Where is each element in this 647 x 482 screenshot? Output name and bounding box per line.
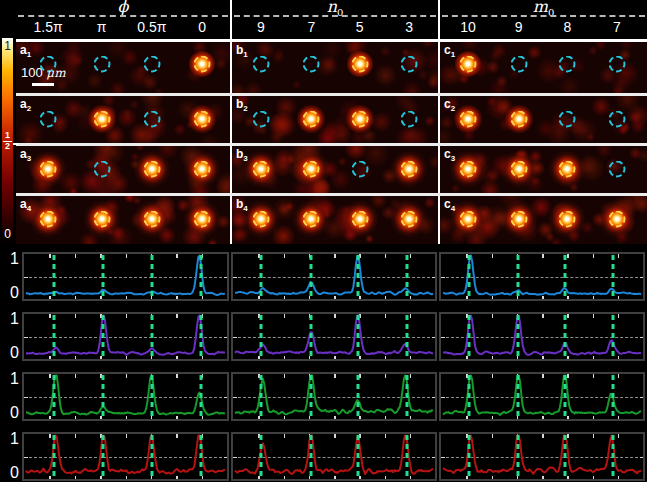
axis-tick-label: 9 [515,19,523,35]
target-circle [559,110,576,127]
peak-marker-line [260,315,263,358]
axis-tick-label: 3 [405,19,413,35]
target-circle [559,210,576,227]
target-circle [252,56,269,73]
panel-label: c3 [444,147,455,163]
panel-label-letter: a [20,97,27,111]
panel-label: b2 [236,97,248,113]
axis-tick-label: π [97,19,107,35]
axis-tick-label: 9 [257,19,265,35]
target-circle [608,210,625,227]
target-circle [143,210,160,227]
target-circle [351,110,368,127]
panel-label-letter: c [444,197,451,211]
panel-label-index: 1 [243,50,247,59]
peak-marker-line [564,255,567,298]
target-circle [459,210,476,227]
line-plot-a4 [22,432,229,481]
target-circle [401,160,418,177]
panel-label: c1 [444,43,455,59]
scalebar-line [32,83,54,86]
heatmap-panel-c3: c3 [440,146,647,194]
line-plot-c3 [439,372,645,421]
panel-label-index: 2 [451,104,455,113]
peak-marker-line [53,375,56,418]
heatmap-panel-a3: a3 [16,146,230,194]
heatmap-panel-a4: a4 [16,196,230,245]
y-axis-label-max: 1 [1,430,19,448]
peak-marker-line [199,255,202,298]
header-dashed-line [18,15,228,17]
line-plot-c1 [439,252,645,301]
panel-label: b1 [236,43,248,59]
target-circle [143,110,160,127]
peak-marker-line [516,255,519,298]
colorbar-label-min: 0 [2,227,13,241]
axis-tick-label: 10 [460,19,476,35]
colorbar-half-tick [13,143,18,145]
target-circle [40,110,57,127]
target-circle [608,110,625,127]
target-circle [93,56,110,73]
axis-tick-label: 0 [198,19,206,35]
line-plot-c4 [439,432,645,481]
panel-label-index: 3 [27,154,31,163]
peak-marker-line [516,375,519,418]
peak-marker-line [102,435,105,478]
target-circle [194,56,211,73]
peak-marker-line [468,435,471,478]
figure-root: ϕ 1.5ππ0.5π0 n0 9753 m0 10987 1 1 2 0 a1… [0,0,647,482]
panel-label-index: 4 [27,204,31,213]
panel-label: a3 [20,147,31,163]
peak-marker-line [199,315,202,358]
target-circle [351,160,368,177]
peak-marker-line [150,255,153,298]
peak-marker-line [102,315,105,358]
peak-marker-line [150,315,153,358]
panel-label-index: 1 [451,50,455,59]
peak-marker-line [611,255,614,298]
panel-label: a4 [20,197,31,213]
colorbar-label-half: 1 2 [0,131,15,152]
target-circle [40,210,57,227]
target-circle [303,210,320,227]
peak-marker-line [564,315,567,358]
target-circle [559,160,576,177]
target-circle [194,110,211,127]
peak-marker-line [405,375,408,418]
target-circle [559,56,576,73]
panel-label: c2 [444,97,455,113]
axis-tick-label: 1.5π [34,19,63,35]
panel-label-index: 3 [451,154,455,163]
panel-label-letter: c [444,97,451,111]
axis-tick-label: 7 [307,19,315,35]
target-circle [143,160,160,177]
line-plot-a2 [22,312,229,361]
peak-marker-line [516,315,519,358]
axis-tick-label: 0.5π [137,19,166,35]
target-circle [252,160,269,177]
y-axis-label-min: 0 [1,464,19,482]
y-axis-label-min: 0 [1,404,19,422]
target-circle [401,110,418,127]
panel-label-index: 3 [243,154,247,163]
line-plot-a1 [22,252,229,301]
line-plot-b3 [231,372,437,421]
peak-marker-line [260,255,263,298]
line-plot-c2 [439,312,645,361]
target-circle [351,56,368,73]
target-circle [459,110,476,127]
scalebar-value: 100 [21,65,43,80]
peak-marker-line [564,435,567,478]
panel-label: b4 [236,197,248,213]
peak-marker-line [564,375,567,418]
target-circle [459,56,476,73]
target-circle [510,56,527,73]
peak-marker-line [260,435,263,478]
peak-marker-line [150,435,153,478]
line-plot-b1 [231,252,437,301]
target-circle [510,160,527,177]
scalebar-label: 100 μm [21,65,66,80]
target-circle [303,110,320,127]
y-axis-label-max: 1 [1,250,19,268]
